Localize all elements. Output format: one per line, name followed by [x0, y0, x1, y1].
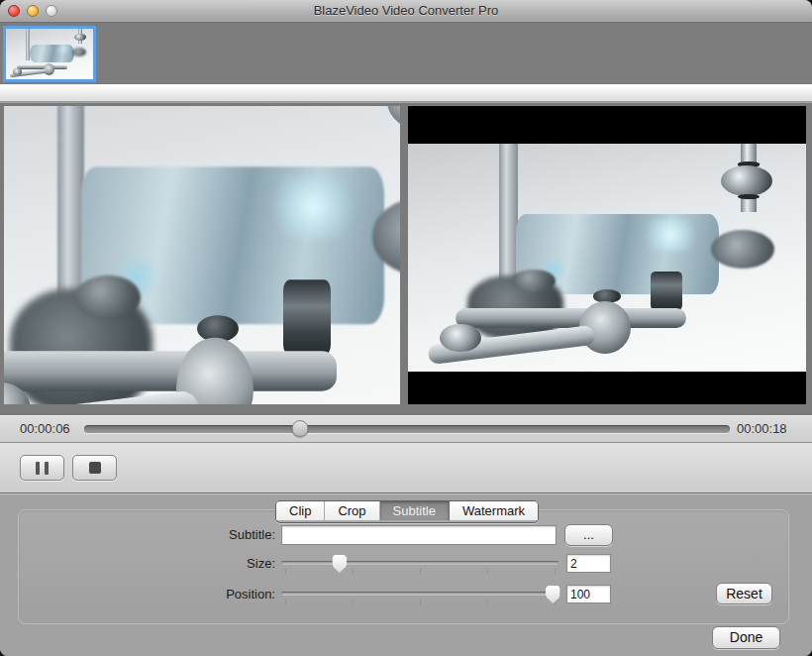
position-label: Position: [19, 585, 275, 604]
video-preview-output [408, 106, 806, 404]
reset-button[interactable]: Reset [716, 583, 772, 604]
tab-watermark[interactable]: Watermark [450, 501, 538, 520]
size-slider-track[interactable] [281, 561, 558, 565]
title-bar: BlazeVideo Video Converter Pro [0, 0, 812, 23]
preview-area [0, 103, 812, 415]
seek-slider[interactable] [84, 425, 730, 433]
size-value-input[interactable] [566, 554, 611, 573]
stop-icon [89, 462, 101, 474]
stop-button[interactable] [72, 455, 117, 481]
video-thumbnail-selected[interactable] [3, 26, 96, 82]
toolbar-spacer [0, 84, 812, 102]
video-frame-left [4, 106, 400, 404]
thumbnail-image [6, 29, 93, 79]
video-preview-original [4, 106, 400, 404]
pause-icon [36, 462, 49, 475]
subtitle-file-input[interactable] [281, 525, 557, 545]
video-frame-right [408, 144, 806, 372]
seek-slider-thumb[interactable] [292, 420, 309, 437]
thumbnail-strip [0, 23, 812, 84]
timeline-bar: 00:00:06 00:00:18 [0, 415, 812, 443]
size-slider-ticks [285, 569, 555, 574]
subtitle-panel: Subtitle: ... Size: Position: Reset [18, 509, 789, 624]
position-value-input[interactable] [566, 585, 611, 603]
transport-controls [0, 443, 812, 493]
window-title: BlazeVideo Video Converter Pro [0, 0, 812, 22]
browse-button[interactable]: ... [564, 524, 613, 546]
subtitle-label: Subtitle: [19, 525, 275, 545]
done-button[interactable]: Done [712, 626, 780, 649]
tab-subtitle[interactable]: Subtitle [380, 501, 450, 520]
edit-section: Clip Crop Subtitle Watermark Subtitle: .… [0, 493, 812, 656]
size-label: Size: [19, 554, 275, 574]
pause-button[interactable] [20, 455, 64, 481]
total-time: 00:00:18 [737, 416, 787, 442]
position-slider-ticks [285, 600, 555, 604]
edit-tabs: Clip Crop Subtitle Watermark [275, 500, 539, 523]
tab-crop[interactable]: Crop [325, 501, 379, 520]
position-slider-track[interactable] [281, 592, 558, 596]
app-window: BlazeVideo Video Converter Pro [0, 0, 812, 656]
tab-clip[interactable]: Clip [276, 501, 325, 520]
size-slider[interactable] [281, 554, 558, 574]
elapsed-time: 00:00:06 [20, 416, 70, 442]
position-slider[interactable] [281, 585, 558, 604]
